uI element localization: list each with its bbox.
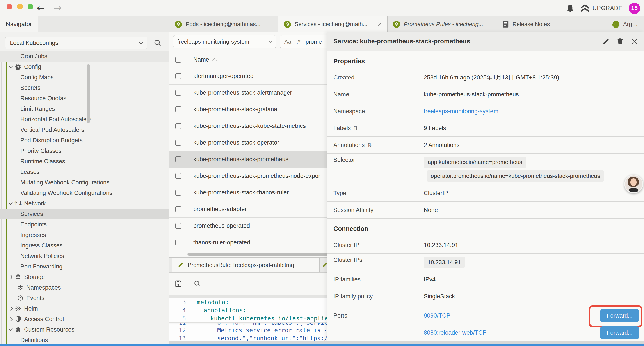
kubeconfig-select[interactable]: Local Kubeconfigs: [5, 36, 147, 49]
row-checkbox[interactable]: [175, 240, 181, 246]
sidebar-item-config-maps[interactable]: Config Maps: [0, 72, 168, 82]
code-line-3[interactable]: 3metadata:: [169, 298, 349, 306]
row-checkbox[interactable]: [175, 106, 181, 112]
tab-services[interactable]: Services - icecheng@math...: [278, 16, 387, 32]
sidebar-item-cron-jobs[interactable]: Cron Jobs: [0, 51, 168, 61]
sidebar-item-label: Network: [24, 200, 46, 207]
notifications-bell-icon[interactable]: [566, 4, 574, 12]
close-button[interactable]: [631, 38, 638, 45]
table-row-thanos-ruler-operated[interactable]: thanos-ruler-operated: [169, 234, 349, 251]
sidebar-item-validating-webhook-configurations[interactable]: Validating Webhook Configurations: [0, 188, 168, 198]
editor-horizontal-scrollbar[interactable]: [169, 295, 349, 298]
column-header-name[interactable]: Name: [193, 56, 209, 63]
forward-button[interactable]: Forward...: [600, 326, 639, 339]
sort-toggle-icon[interactable]: ⇅: [367, 142, 372, 148]
close-tab-icon[interactable]: [374, 22, 382, 26]
regex-toggle[interactable]: .*: [296, 38, 300, 45]
row-checkbox[interactable]: [175, 190, 181, 196]
traffic-light-minimize[interactable]: [17, 4, 23, 9]
sidebar-item-custom-resources[interactable]: Custom Resources: [0, 324, 168, 335]
sidebar-item-runtime-classes[interactable]: Runtime Classes: [0, 156, 168, 167]
traffic-light-close[interactable]: [6, 4, 12, 9]
tab-pods[interactable]: Pods - icecheng@mathmas...: [169, 16, 278, 32]
table-row-kube-prometheus-stack-operator[interactable]: kube-prometheus-stack-operator: [169, 134, 349, 151]
table-row-kube-prometheus-stack-prometheus-node-expor[interactable]: kube-prometheus-stack-prometheus-node-ex…: [169, 168, 349, 184]
row-checkbox[interactable]: [175, 123, 181, 129]
row-checkbox[interactable]: [175, 206, 181, 212]
sidebar-search-button[interactable]: [154, 39, 162, 47]
layers-icon: [17, 285, 24, 291]
sidebar-item-leases[interactable]: Leases: [0, 167, 168, 177]
sidebar-item-secrets[interactable]: Secrets: [0, 82, 168, 93]
code-line-12[interactable]: 12Metrics service error rate is {{ $va: [169, 326, 349, 334]
select-all-checkbox[interactable]: [175, 57, 181, 63]
row-checkbox[interactable]: [175, 223, 181, 229]
namespace-link[interactable]: freeleaps-monitoring-system: [424, 108, 498, 115]
sidebar-item-priority-classes[interactable]: Priority Classes: [0, 146, 168, 156]
user-avatar[interactable]: [624, 175, 643, 193]
sidebar-scrollbar[interactable]: [87, 64, 90, 123]
row-checkbox[interactable]: [175, 156, 181, 162]
tab-release-notes[interactable]: Release Notes: [497, 16, 607, 32]
sidebar-item-services[interactable]: Services: [0, 209, 168, 219]
sidebar-item-vertical-pod-autoscalers[interactable]: Vertical Pod Autoscalers: [0, 125, 168, 135]
forward-button[interactable]: Forward...: [600, 309, 639, 322]
tab-label: Argo Se: [623, 21, 638, 27]
table-row-kube-prometheus-stack-alertmanager[interactable]: kube-prometheus-stack-alertmanager: [169, 84, 349, 101]
table-row-kube-prometheus-stack-thanos-ruler[interactable]: kube-prometheus-stack-thanos-ruler: [169, 184, 349, 201]
delete-button[interactable]: [617, 38, 624, 45]
sidebar-item-namespaces[interactable]: Namespaces: [0, 282, 168, 293]
save-button[interactable]: [174, 280, 182, 287]
row-checkbox[interactable]: [175, 140, 181, 146]
sidebar-item-resource-quotas[interactable]: Resource Quotas: [0, 93, 168, 104]
sidebar-item-port-forwarding[interactable]: Port Forwarding: [0, 261, 168, 272]
row-checkbox[interactable]: [175, 173, 181, 179]
property-label-text: Annotations: [334, 142, 365, 148]
upgrade-button[interactable]: UPGRADE: [580, 4, 622, 13]
code-line-4[interactable]: 4annotations:: [169, 306, 349, 314]
sidebar-item-ingress-classes[interactable]: Ingress Classes: [0, 240, 168, 251]
sidebar-item-definitions[interactable]: Definitions: [0, 335, 168, 345]
table-row-kube-prometheus-stack-grafana[interactable]: kube-prometheus-stack-grafana: [169, 101, 349, 118]
notification-count-badge[interactable]: 15: [629, 3, 640, 14]
table-row-kube-prometheus-stack-kube-state-metrics[interactable]: kube-prometheus-stack-kube-state-metrics: [169, 118, 349, 134]
tab-argo-se[interactable]: Argo Se: [607, 16, 643, 32]
edit-button[interactable]: [602, 38, 609, 45]
table-row-prometheus-adapter[interactable]: prometheus-adapter: [169, 201, 349, 218]
row-checkbox[interactable]: [175, 90, 181, 96]
sidebar-item-network[interactable]: ↑↓Network: [0, 198, 168, 209]
sidebar-item-helm[interactable]: Helm: [0, 303, 168, 314]
row-checkbox[interactable]: [175, 73, 181, 79]
code-line-5[interactable]: 5kubectl.kubernetes.io/last-applied-co: [169, 314, 349, 323]
sidebar-item-events[interactable]: Events: [0, 293, 168, 303]
sidebar-item-storage[interactable]: Storage: [0, 272, 168, 282]
table-horizontal-scrollbar[interactable]: [169, 252, 349, 257]
sidebar-item-mutating-webhook-configurations[interactable]: Mutating Webhook Configurations: [0, 177, 168, 188]
sidebar-item-ingresses[interactable]: Ingresses: [0, 230, 168, 240]
forward-button[interactable]: →: [54, 2, 62, 14]
sidebar-item-config[interactable]: Config: [0, 61, 168, 72]
match-case-toggle[interactable]: Aa: [284, 38, 291, 45]
bottom-scrollbar-track[interactable]: [169, 341, 644, 344]
sidebar-item-network-policies[interactable]: Network Policies: [0, 251, 168, 261]
code-line-11[interactable]: 11o", for: "hm", labels :{ service" :: [169, 323, 349, 326]
sidebar-item-horizontal-pod-autoscalers[interactable]: Horizontal Pod Autoscalers: [0, 114, 168, 125]
table-row-kube-prometheus-stack-prometheus[interactable]: kube-prometheus-stack-prometheus: [169, 151, 349, 168]
table-row-alertmanager-operated[interactable]: alertmanager-operated: [169, 68, 349, 84]
sidebar-item-limit-ranges[interactable]: Limit Ranges: [0, 104, 168, 114]
sidebar-item-access-control[interactable]: Access Control: [0, 314, 168, 324]
sort-toggle-icon[interactable]: ⇅: [354, 125, 358, 131]
back-button[interactable]: ←: [37, 2, 45, 14]
table-row-prometheus-operated[interactable]: prometheus-operated: [169, 218, 349, 234]
editor-search-button[interactable]: [194, 280, 201, 287]
navigator-panel-tab[interactable]: Navigator: [0, 16, 38, 32]
tab-prometheus-rules[interactable]: Prometheus Rules - icecheng...: [387, 16, 497, 32]
namespace-select[interactable]: freeleaps-monitoring-system: [173, 35, 276, 48]
sidebar-item-pod-disruption-budgets[interactable]: Pod Disruption Budgets: [0, 135, 168, 146]
traffic-light-zoom[interactable]: [28, 4, 33, 9]
port-link[interactable]: 8080:reloader-web/TCP: [424, 329, 486, 336]
yaml-editor[interactable]: 3metadata:4annotations:5kubectl.kubernet…: [169, 298, 349, 346]
port-link[interactable]: 9090/TCP: [424, 312, 450, 319]
editor-tab-prometheusrule[interactable]: PrometheusRule: freeleaps-prod-rabbitmq: [172, 258, 319, 272]
sidebar-item-endpoints[interactable]: Endpoints: [0, 219, 168, 230]
